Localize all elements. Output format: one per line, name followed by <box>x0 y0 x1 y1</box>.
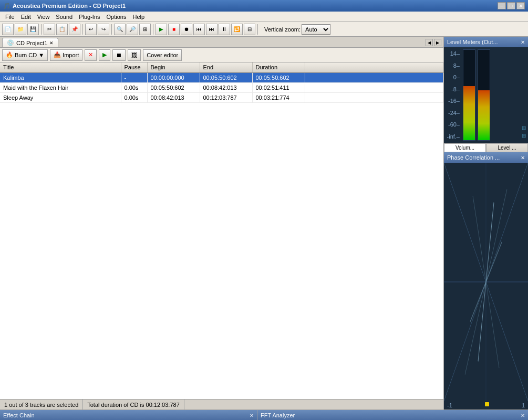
save-button[interactable]: 💾 <box>27 24 39 35</box>
play-cd-button[interactable]: ▶ <box>99 49 110 61</box>
track-extra <box>305 93 443 103</box>
track-list: Title Pause Begin End Duration Kalimba -… <box>0 62 443 399</box>
phase-indicator <box>485 402 489 406</box>
meter-grid-icon-1: ⊞ <box>522 125 526 131</box>
phase-scale-right: 1 <box>522 402 525 408</box>
table-row[interactable]: Sleep Away 0.00s 00:08:42:013 00:12:03:7… <box>0 93 443 103</box>
track-table: Title Pause Begin End Duration Kalimba -… <box>0 62 443 103</box>
menu-options[interactable]: Options <box>103 13 130 20</box>
col-title: Title <box>0 62 121 72</box>
cd-icon: 💿 <box>7 39 14 46</box>
cut-button[interactable]: ✂ <box>44 24 55 35</box>
track-title: Kalimba <box>0 72 121 83</box>
track-pause: 0.00s <box>121 83 147 93</box>
col-duration: Duration <box>252 62 305 72</box>
left-meter <box>463 49 475 141</box>
stop-cd-button[interactable]: ⏹ <box>112 49 126 61</box>
vertical-zoom-select[interactable]: Auto 50% 100% <box>302 24 330 35</box>
tab-next-button[interactable]: ▶ <box>434 39 441 46</box>
menu-help[interactable]: Help <box>129 13 148 20</box>
meter-tabs: Volum... Level ... <box>444 143 528 152</box>
status-bar: 1 out of 3 tracks are selected Total dur… <box>0 399 443 410</box>
effect-chain-close[interactable]: ✕ <box>250 413 254 418</box>
cd-project-tab[interactable]: 💿 CD Project1 ✕ <box>2 38 58 47</box>
cover-editor-label-button[interactable]: Cover editor <box>143 49 182 61</box>
level-meters-close[interactable]: ✕ <box>521 39 525 45</box>
rec-button[interactable]: ⏺ <box>181 24 192 35</box>
pause-button[interactable]: ⏸ <box>219 24 230 35</box>
track-pause: 0.00s <box>121 93 147 103</box>
import-button[interactable]: 📥 Import <box>50 49 82 61</box>
bottom-section: Effect Chain ✕ ▶ ✕ ↩ 📋 💾 ⏮ ⏭ FFT Analyze… <box>0 410 528 420</box>
zoom-in-button[interactable]: 🔍 <box>114 24 126 35</box>
col-extra <box>305 62 443 72</box>
zoom-all-button[interactable]: ⊞ <box>139 24 151 35</box>
mode-button[interactable]: ⊟ <box>244 24 255 35</box>
fft-header: FFT Analyzer ✕ <box>257 410 528 420</box>
remove-button[interactable]: ✕ <box>85 49 97 61</box>
phase-close[interactable]: ✕ <box>521 155 525 161</box>
remove-icon: ✕ <box>88 51 93 58</box>
play-button[interactable]: ▶ <box>156 24 167 35</box>
track-end: 00:05:50:602 <box>200 72 252 83</box>
redo-button[interactable]: ↪ <box>98 24 109 35</box>
right-meter-fill <box>478 90 490 140</box>
volume-tab[interactable]: Volum... <box>444 143 486 152</box>
menu-sound[interactable]: Sound <box>53 13 76 20</box>
fft-title: FFT Analyzer <box>261 412 295 418</box>
table-row[interactable]: Kalimba - 00:00:00:000 00:05:50:602 00:0… <box>0 72 443 83</box>
track-extra <box>305 83 443 93</box>
new-button[interactable]: 📄 <box>2 24 14 35</box>
separator-4 <box>153 24 153 35</box>
track-duration: 00:03:21:774 <box>252 93 305 103</box>
phase-display: ⊞ ⊞ <box>444 163 528 401</box>
minimize-button[interactable]: ─ <box>498 2 506 9</box>
burn-label: Burn CD <box>15 52 37 58</box>
fft-close[interactable]: ✕ <box>521 413 525 418</box>
menu-file[interactable]: File <box>2 13 18 20</box>
center-panel: 💿 CD Project1 ✕ ◀ ▶ 🔥 Burn CD ▼ 📥 Import… <box>0 37 444 410</box>
table-row[interactable]: Maid with the Flaxen Hair 0.00s 00:05:50… <box>0 83 443 93</box>
cover-label: Cover editor <box>147 52 178 58</box>
main-toolbar: 📄 📁 💾 ✂ 📋 📌 ↩ ↪ 🔍 🔎 ⊞ ▶ ■ ⏺ ⏮ ⏭ ⏸ 🔁 ⊟ Ve… <box>0 22 528 37</box>
menu-edit[interactable]: Edit <box>18 13 34 20</box>
stop-button[interactable]: ■ <box>168 24 180 35</box>
window-controls: ─ □ ✕ <box>498 2 525 9</box>
close-button[interactable]: ✕ <box>516 2 525 9</box>
import-label: Import <box>63 52 79 58</box>
fwd-button[interactable]: ⏭ <box>206 24 218 35</box>
rewind-button[interactable]: ⏮ <box>193 24 205 35</box>
menu-view[interactable]: View <box>34 13 53 20</box>
separator-5 <box>257 24 258 35</box>
burn-icon: 🔥 <box>6 51 13 58</box>
open-button[interactable]: 📁 <box>15 24 26 35</box>
track-title: Maid with the Flaxen Hair <box>0 83 121 93</box>
app-title: Acoustica Premium Edition - CD Project1 <box>13 3 126 9</box>
col-pause: Pause <box>121 62 147 72</box>
level-tab[interactable]: Level ... <box>486 143 528 152</box>
main-area: 💿 CD Project1 ✕ ◀ ▶ 🔥 Burn CD ▼ 📥 Import… <box>0 37 528 410</box>
tab-label: CD Project1 <box>16 40 47 46</box>
menu-plugins[interactable]: Plug-Ins <box>76 13 103 20</box>
tab-prev-button[interactable]: ◀ <box>426 39 433 46</box>
phase-scale: -1 1 <box>444 401 528 410</box>
right-panel: Level Meters (Out... ✕ 14– 8– 0– -8– -16… <box>444 37 528 410</box>
copy-button[interactable]: 📋 <box>56 24 68 35</box>
maximize-button[interactable]: □ <box>507 2 515 9</box>
cover-editor-button[interactable]: 🖼 <box>128 49 141 61</box>
undo-button[interactable]: ↩ <box>85 24 97 35</box>
burn-cd-button[interactable]: 🔥 Burn CD ▼ <box>2 49 48 61</box>
loop-button[interactable]: 🔁 <box>231 24 243 35</box>
meters-display: 14– 8– 0– -8– -16– -24– -60– -inf.– <box>444 47 528 143</box>
cover-icon: 🖼 <box>131 52 137 58</box>
tab-close-button[interactable]: ✕ <box>49 40 54 46</box>
menu-bar: File Edit View Sound Plug-Ins Options He… <box>0 12 528 22</box>
phase-scale-left: -1 <box>447 402 452 408</box>
phase-panel: Phase Correlation ... ✕ ⊞ ⊞ <box>444 152 528 410</box>
phase-svg <box>444 163 528 401</box>
paste-button[interactable]: 📌 <box>69 24 80 35</box>
cd-toolbar: 🔥 Burn CD ▼ 📥 Import ✕ ▶ ⏹ 🖼 Cover edito… <box>0 48 443 62</box>
col-end: End <box>200 62 252 72</box>
zoom-out-button[interactable]: 🔎 <box>127 24 138 35</box>
separator-1 <box>41 24 42 35</box>
